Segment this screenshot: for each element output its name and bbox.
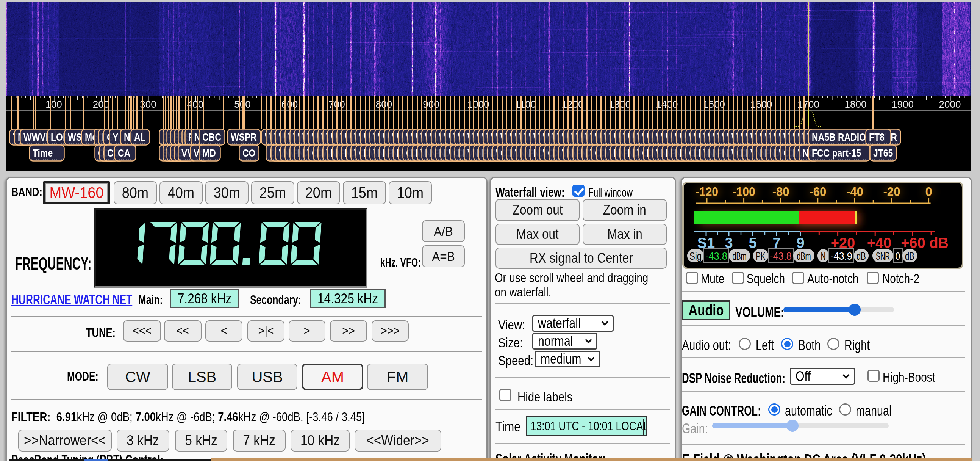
svg-text:Sig: Sig xyxy=(689,250,702,262)
svg-text:SNR: SNR xyxy=(876,250,890,262)
svg-text:-100: -100 xyxy=(733,185,756,199)
svg-text:dB: dB xyxy=(905,250,915,262)
svg-text:-43.9: -43.9 xyxy=(830,250,852,262)
svg-text:-60: -60 xyxy=(809,185,826,199)
svg-text:dB: dB xyxy=(856,250,866,262)
svg-text:-120: -120 xyxy=(695,185,718,199)
svg-text:-80: -80 xyxy=(772,185,789,199)
svg-text:PK: PK xyxy=(756,250,765,262)
svg-text:dBm: dBm xyxy=(797,250,811,262)
svg-text:5: 5 xyxy=(749,235,757,251)
svg-text:dBm: dBm xyxy=(732,250,746,262)
svg-text:+40: +40 xyxy=(867,235,891,251)
svg-text:0: 0 xyxy=(925,185,932,199)
svg-text:-40: -40 xyxy=(846,185,863,199)
svg-text:-43.8: -43.8 xyxy=(705,250,727,262)
svg-text:-43.8: -43.8 xyxy=(770,250,792,262)
svg-text:0: 0 xyxy=(896,250,900,262)
svg-text:N: N xyxy=(821,250,826,262)
svg-text:9: 9 xyxy=(796,235,804,251)
svg-text:+60 dB: +60 dB xyxy=(901,235,948,251)
svg-text:-20: -20 xyxy=(883,185,900,199)
